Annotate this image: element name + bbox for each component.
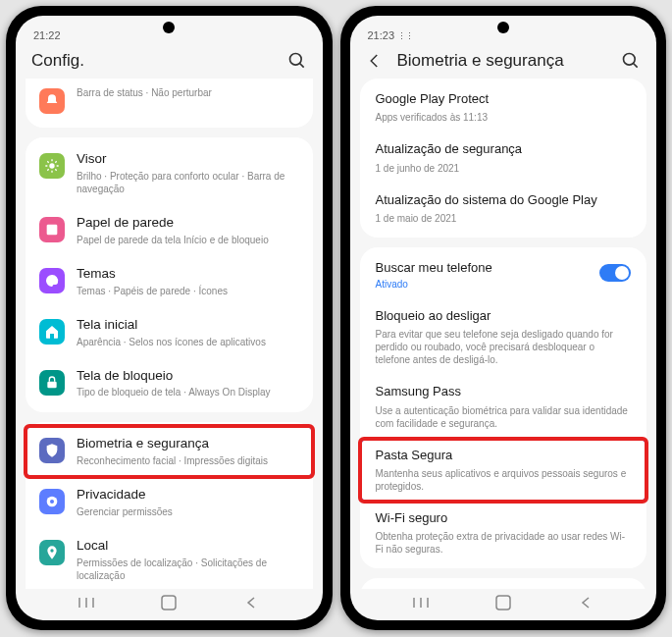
row-title: Privacidade [77,487,299,504]
row-subtitle: Temas · Papéis de parede · Ícones [77,285,299,297]
row-subtitle: Use a autenticação biométrica para valid… [376,404,632,430]
list-item-poweroff-lock[interactable]: Bloqueio ao desligar Para evitar que seu… [360,299,647,375]
nav-bar [350,589,657,620]
nav-recents[interactable] [396,596,445,610]
row-title: Biometria e segurança [77,436,299,452]
back-icon[interactable] [366,52,384,70]
row-title: Papel de parede [77,215,299,232]
list-item-wallpaper[interactable]: Papel de parede Papel de parede da tela … [26,205,313,256]
row-title: Tela de bloqueio [77,368,299,385]
row-subtitle: Mantenha seus aplicativos e arquivos pes… [376,467,632,493]
sun-icon [39,153,65,179]
screen-left: 21:22 Config. Barra de status · Não pert… [16,16,323,620]
list-item-location[interactable]: Local Permissões de localização · Solici… [26,528,313,589]
row-title: Local [77,538,299,555]
row-subtitle: Tipo de bloqueio de tela · Always On Dis… [77,386,299,398]
row-subtitle: Papel de parede da tela Início e de bloq… [77,234,299,246]
status-time: 21:23 [368,29,395,41]
row-title: Visor [77,151,299,168]
row-title: Atualização do sistema do Google Play [376,192,632,208]
camera-hole [497,22,509,33]
toggle-switch[interactable] [599,264,631,282]
card-peek: Private Share [360,578,647,589]
row-text: Barra de status · Não perturbar [77,86,299,99]
row-title: Atualização de segurança [376,141,632,157]
bell-icon [39,88,65,114]
svg-rect-29 [496,596,510,610]
card-updates: Google Play Protect Apps verificados às … [360,79,647,238]
svg-rect-23 [162,596,176,610]
svg-line-9 [47,169,48,170]
row-subtitle: Brilho · Proteção para conforto ocular ·… [77,170,299,195]
screen-right: 21:23 ⋮⋮ Biometria e segurança Google Pl… [350,16,657,620]
list-item-find-phone[interactable]: Buscar meu telefone Ativado [360,251,647,299]
page-title: Config. [31,51,287,71]
row-title: Buscar meu telefone [376,260,598,276]
row-title: Wi-Fi seguro [376,510,632,526]
palette-icon [39,268,65,293]
svg-rect-12 [47,381,56,388]
row-subtitle: Permissões de localização · Solicitações… [77,557,299,582]
settings-list[interactable]: Google Play Protect Apps verificados às … [350,79,657,589]
card-security-options: Buscar meu telefone Ativado Bloqueio ao … [360,247,647,568]
list-item-visor[interactable]: Visor Brilho · Proteção para conforto oc… [26,141,313,205]
nav-home[interactable] [479,594,528,611]
svg-line-10 [55,161,56,162]
list-item-themes[interactable]: Temas Temas · Papéis de parede · Ícones [26,256,313,307]
row-subtitle: Ativado [376,278,598,291]
page-title: Biometria e segurança [397,51,622,71]
row-title: Temas [77,266,299,283]
svg-line-1 [299,64,303,68]
row-subtitle: 1 de maio de 2021 [376,212,632,225]
shield-icon [39,438,65,463]
row-title: Samsung Pass [376,384,632,399]
row-title: Google Play Protect [376,91,632,107]
search-icon[interactable] [621,51,641,71]
list-item-samsung-pass[interactable]: Samsung Pass Use a autenticação biométri… [360,375,647,438]
phone-left: 21:22 Config. Barra de status · Não pert… [6,6,333,630]
list-item-play-system-update[interactable]: Atualização do sistema do Google Play 1 … [360,184,647,234]
list-item[interactable]: Barra de status · Não perturbar [26,82,313,124]
row-subtitle: Apps verificados às 11:13 [376,111,632,124]
list-item-security-update[interactable]: Atualização de segurança 1 de junho de 2… [360,133,647,183]
svg-point-14 [50,500,54,504]
status-time: 21:22 [33,29,61,41]
row-subtitle: Aparência · Selos nos ícones de aplicati… [77,336,299,348]
svg-rect-11 [47,225,58,236]
card-partial-top: Barra de status · Não perturbar [26,79,313,128]
header: Biometria e segurança [350,41,657,79]
privacy-icon [39,489,65,514]
list-item-privacy[interactable]: Privacidade Gerenciar permissões [26,477,313,528]
svg-point-15 [50,549,53,552]
settings-list[interactable]: Barra de status · Não perturbar Visor Br… [16,79,323,589]
card-display: Visor Brilho · Proteção para conforto oc… [26,137,313,412]
svg-line-8 [55,169,56,170]
location-icon [39,540,65,565]
list-item-play-protect[interactable]: Google Play Protect Apps verificados às … [360,82,647,133]
svg-point-24 [624,54,636,66]
list-item-secure-folder[interactable]: Pasta Segura Mantenha seus aplicativos e… [360,439,647,502]
lock-icon [39,370,65,396]
camera-hole [163,22,175,33]
nav-bar [16,589,323,620]
card-security: Biometria e segurança Reconhecimento fac… [26,422,313,589]
row-subtitle: Barra de status · Não perturbar [77,86,299,99]
search-icon[interactable] [287,51,307,71]
svg-line-7 [47,161,48,162]
nav-home[interactable] [144,594,193,611]
row-subtitle: 1 de junho de 2021 [376,162,632,175]
status-dots: ⋮⋮ [397,31,413,41]
row-title: Tela inicial [77,317,299,334]
wallpaper-icon [39,217,65,242]
nav-back[interactable] [561,596,610,610]
home-icon [39,319,65,345]
list-item-secure-wifi[interactable]: Wi-Fi seguro Obtenha proteção extra de p… [360,502,647,564]
list-item-lockscreen[interactable]: Tela de bloqueio Tipo de bloqueio de tel… [26,358,313,409]
list-item-home[interactable]: Tela inicial Aparência · Selos nos ícone… [26,307,313,358]
row-subtitle: Para evitar que seu telefone seja deslig… [376,328,632,366]
nav-recents[interactable] [62,596,111,610]
phone-right: 21:23 ⋮⋮ Biometria e segurança Google Pl… [340,6,667,630]
svg-point-0 [289,54,301,66]
list-item-biometrics[interactable]: Biometria e segurança Reconhecimento fac… [26,426,313,477]
nav-back[interactable] [227,596,276,610]
